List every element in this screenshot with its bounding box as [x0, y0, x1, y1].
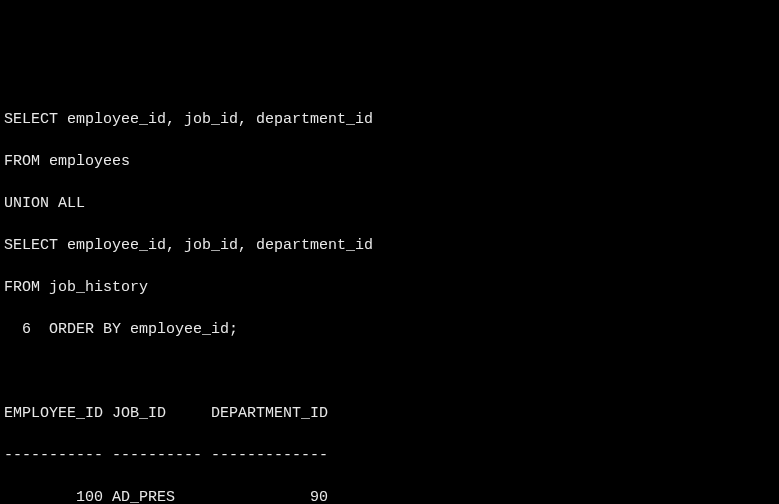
- sql-line-6: 6 ORDER BY employee_id;: [4, 319, 775, 340]
- sql-line-1: SELECT employee_id, job_id, department_i…: [4, 109, 775, 130]
- result-row: 100 AD_PRES 90: [4, 487, 775, 504]
- sql-line-4: SELECT employee_id, job_id, department_i…: [4, 235, 775, 256]
- blank-line: [4, 361, 775, 382]
- sql-line-3: UNION ALL: [4, 193, 775, 214]
- sql-line-5: FROM job_history: [4, 277, 775, 298]
- result-separator: ----------- ---------- -------------: [4, 445, 775, 466]
- result-header: EMPLOYEE_ID JOB_ID DEPARTMENT_ID: [4, 403, 775, 424]
- result-rows: 100 AD_PRES 90 101 AD_VP 90 101 AC_ACCOU…: [4, 487, 775, 504]
- terminal-output: SELECT employee_id, job_id, department_i…: [4, 88, 775, 504]
- sql-line-2: FROM employees: [4, 151, 775, 172]
